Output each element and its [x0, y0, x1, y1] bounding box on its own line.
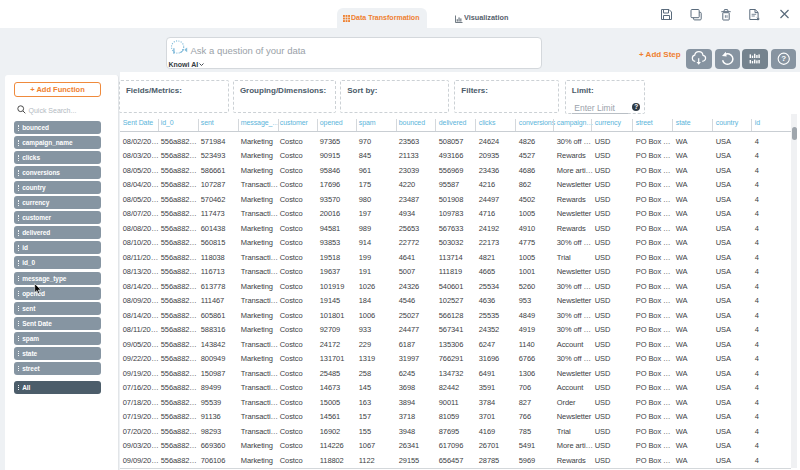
svg-text:?: ?	[781, 54, 786, 63]
